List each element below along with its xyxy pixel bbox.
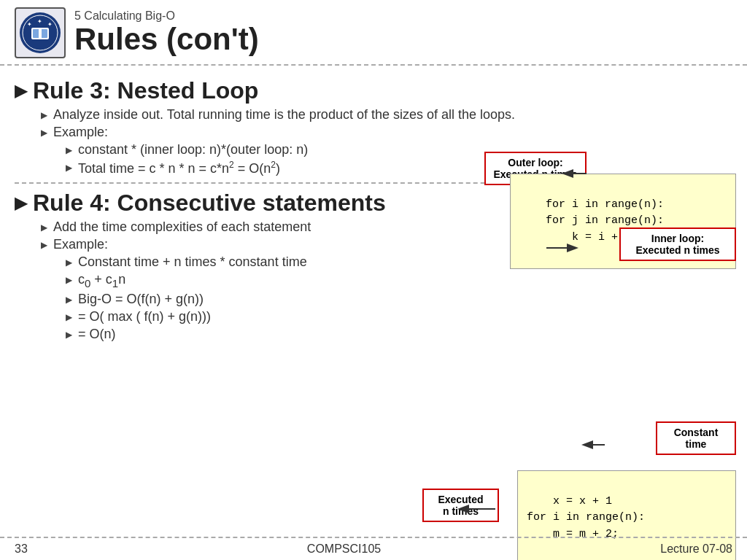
rule4-sub3: Big-O = O(f(n) + g(n)) <box>66 292 732 307</box>
lecture-info: Lecture 07-08 <box>660 542 732 556</box>
svg-text:✦: ✦ <box>47 21 53 28</box>
rule4-sub2: c0 + c1n <box>66 272 732 289</box>
inner-loop-callout: Inner loop: Executed n times <box>619 228 736 261</box>
rule3-sub1: constant * (inner loop: n)*(outer loop: … <box>66 142 732 158</box>
rule4-sub5: = O(n) <box>66 327 732 342</box>
slide-footer: 33 COMPSCI105 Lecture 07-08 <box>0 537 747 560</box>
header-subtitle: 5 Calculating Big-O <box>74 9 259 23</box>
svg-text:✦: ✦ <box>37 18 42 25</box>
executed-arrow <box>459 502 517 516</box>
slide-header: ✦ ✦ ✦ 5 Calculating Big-O Rules (con't) <box>0 0 747 66</box>
rule3-bullet1: Analyze inside out. Total running time i… <box>41 107 732 122</box>
constant-arrow <box>583 438 656 452</box>
rule3-bullet2: Example: <box>41 125 732 140</box>
rule3-heading: Rule 3: Nested Loop <box>15 77 732 104</box>
outer-arrow <box>528 160 587 190</box>
header-title: Rules (con't) <box>74 23 259 56</box>
university-logo: ✦ ✦ ✦ <box>15 7 66 58</box>
slide-body: Rule 3: Nested Loop Analyze inside out. … <box>0 66 747 351</box>
header-title-block: 5 Calculating Big-O Rules (con't) <box>74 9 259 56</box>
rule4-sub4: = O( max ( f(n) + g(n))) <box>66 309 732 324</box>
svg-rect-3 <box>39 28 42 39</box>
inner-arrow <box>546 241 619 262</box>
svg-text:✦: ✦ <box>27 21 32 28</box>
constant-time-callout: Constant time <box>656 421 736 455</box>
page-number: 33 <box>15 542 28 556</box>
course-name: COMPSCI105 <box>307 542 381 556</box>
